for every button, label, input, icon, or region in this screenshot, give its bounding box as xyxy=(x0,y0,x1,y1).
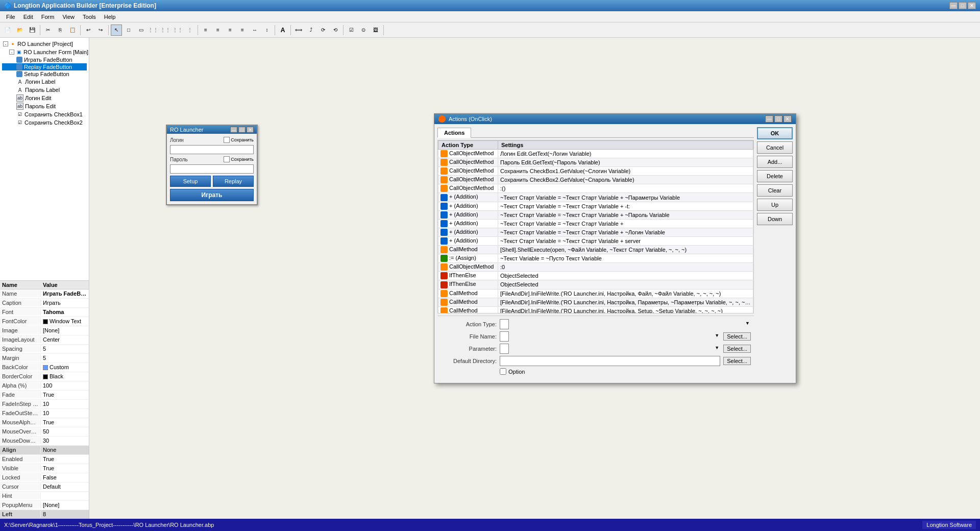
toolbar-btn4[interactable]: ⋮⋮ xyxy=(148,25,159,36)
prop-fadeoutstep-value[interactable]: 10 xyxy=(41,409,89,417)
form-play-btn[interactable]: Играть xyxy=(170,189,254,201)
menu-file[interactable]: File xyxy=(2,13,19,21)
option-checkbox[interactable] xyxy=(500,368,506,375)
actions-table-scroll[interactable]: Action Type Settings CallObjectMethodЛог… xyxy=(437,140,754,313)
prop-visible-value[interactable]: True xyxy=(41,465,89,472)
toolbar-align3[interactable]: ≡ xyxy=(225,25,236,36)
table-row[interactable]: CallObjectMethodСохранить CheckBox1.GetV… xyxy=(438,167,753,176)
up-button[interactable]: Up xyxy=(757,199,793,211)
dialog-title-bar[interactable]: Actions (OnClick) — □ ✕ xyxy=(434,114,796,124)
toolbar-img[interactable]: 🖼 xyxy=(370,25,381,36)
parameter-select[interactable] xyxy=(500,344,509,354)
default-dir-input[interactable] xyxy=(500,356,720,366)
prop-bordercolor-value[interactable]: Black xyxy=(41,373,89,380)
toolbar-check[interactable]: ☑ xyxy=(346,25,357,36)
cancel-button[interactable]: Cancel xyxy=(757,141,793,154)
toolbar-btn6[interactable]: ⋮⋮ xyxy=(172,25,183,36)
toolbar-undo[interactable]: ↩ xyxy=(83,25,94,36)
toolbar-btn11[interactable]: ⤴ xyxy=(305,25,316,36)
prop-left-value[interactable]: 8 xyxy=(41,511,89,518)
dialog-maximize-btn[interactable]: □ xyxy=(774,115,782,123)
tree-root[interactable]: - ● RO Launcher [Project] xyxy=(2,40,87,48)
form-password-checkbox[interactable] xyxy=(224,156,230,162)
tree-item-setup[interactable]: Setup FadeButton xyxy=(2,70,87,78)
toolbar-radio[interactable]: ⊙ xyxy=(358,25,369,36)
toolbar-copy[interactable]: ⎘ xyxy=(55,25,66,36)
toolbar-open[interactable]: 📂 xyxy=(14,25,26,36)
table-row[interactable]: CallMethod[Shell].ShellExecute(open, ~Фа… xyxy=(438,246,753,254)
parameter-select-btn[interactable]: Select... xyxy=(723,345,751,353)
toolbar-btn8[interactable]: ↔ xyxy=(249,25,260,36)
prop-mouseoveralpha-value[interactable]: 50 xyxy=(41,428,89,435)
table-row[interactable]: + (Addition)~Текст Старт Variable = ~Тек… xyxy=(438,202,753,210)
dialog-minimize-btn[interactable]: — xyxy=(765,115,773,123)
toolbar-save[interactable]: 💾 xyxy=(27,25,38,36)
form-replay-btn[interactable]: Replay xyxy=(213,176,254,187)
tree-item-login-label[interactable]: A Логин Label xyxy=(2,78,87,86)
form-login-checkbox[interactable] xyxy=(224,137,230,143)
add-button[interactable]: Add... xyxy=(757,156,793,168)
form-password-input[interactable] xyxy=(170,164,254,174)
prop-alpha-value[interactable]: 100 xyxy=(41,382,89,389)
toolbar-align4[interactable]: ≡ xyxy=(237,25,248,36)
menu-form[interactable]: Form xyxy=(37,13,59,21)
prop-mousealphaenabl-value[interactable]: True xyxy=(41,419,89,426)
prop-align-value[interactable]: None xyxy=(41,446,89,453)
prop-fadeinstep-value[interactable]: 10 xyxy=(41,400,89,407)
toolbar-align2[interactable]: ≡ xyxy=(212,25,224,36)
tree-expand-root[interactable]: - xyxy=(3,41,8,46)
menu-view[interactable]: View xyxy=(58,13,79,21)
tree-item-cb2[interactable]: ☑ Сохранить CheckBox2 xyxy=(2,118,87,127)
table-row[interactable]: CallMethod[FileAndDir].IniFileWrite.('RO… xyxy=(438,298,753,306)
form-minimize-btn[interactable]: — xyxy=(230,127,237,133)
prop-popupmenu-value[interactable]: [None] xyxy=(41,501,89,509)
prop-fade-value[interactable]: True xyxy=(41,391,89,398)
toolbar-paste[interactable]: 📋 xyxy=(67,25,78,36)
table-row[interactable]: CallObjectMethodЛогин Edit.GetText(~Логи… xyxy=(438,150,753,158)
table-row[interactable]: + (Addition)~Текст Старт Variable = ~Тек… xyxy=(438,219,753,228)
menu-help[interactable]: Help xyxy=(100,13,120,21)
maximize-button[interactable]: □ xyxy=(959,2,967,9)
form-login-input[interactable] xyxy=(170,145,254,154)
prop-hint-value[interactable] xyxy=(41,495,89,496)
table-row[interactable]: CallObjectMethod:() xyxy=(438,184,753,193)
toolbar-align1[interactable]: ≡ xyxy=(200,25,211,36)
prop-name-value[interactable]: Играть FadeButton xyxy=(41,290,89,297)
table-row[interactable]: + (Addition)~Текст Старт Variable = ~Тек… xyxy=(438,193,753,202)
table-row[interactable]: := (Assign)~Текст Variable = ~Пусто Текс… xyxy=(438,254,753,263)
toolbar-text[interactable]: A xyxy=(277,25,288,36)
prop-image-value[interactable]: [None] xyxy=(41,327,89,334)
menu-tools[interactable]: Tools xyxy=(79,13,100,21)
tab-actions[interactable]: Actions xyxy=(437,128,471,138)
close-button[interactable]: ✕ xyxy=(968,2,976,9)
toolbar-select[interactable]: ↖ xyxy=(111,25,122,36)
down-button[interactable]: Down xyxy=(757,213,793,225)
toolbar-btn3[interactable]: ▭ xyxy=(135,25,146,36)
toolbar-btn12[interactable]: ⟳ xyxy=(317,25,329,36)
toolbar-cut[interactable]: ✂ xyxy=(42,25,54,36)
table-row[interactable]: + (Addition)~Текст Старт Variable = ~Тек… xyxy=(438,236,753,245)
toolbar-btn7[interactable]: ⋮ xyxy=(184,25,195,36)
prop-enabled-value[interactable]: True xyxy=(41,455,89,463)
table-row[interactable]: CallObjectMethod:0 xyxy=(438,263,753,272)
table-row[interactable]: CallMethod[FileAndDir].IniFileWrite.('RO… xyxy=(438,289,753,298)
prop-font-value[interactable]: Tahoma xyxy=(41,308,89,316)
file-name-select[interactable] xyxy=(500,331,509,342)
table-row[interactable]: IfThenElseObjectSelected xyxy=(438,280,753,289)
table-row[interactable]: CallObjectMethodПароль Edit.GetText(~Пар… xyxy=(438,158,753,167)
clear-button[interactable]: Clear xyxy=(757,184,793,197)
toolbar-btn2[interactable]: □ xyxy=(123,25,134,36)
prop-margin-value[interactable]: 5 xyxy=(41,354,89,361)
toolbar-btn13[interactable]: ⟲ xyxy=(330,25,341,36)
toolbar-btn9[interactable]: ↕ xyxy=(261,25,273,36)
table-row[interactable]: CallObjectMethodСохранить CheckBox2.GetV… xyxy=(438,176,753,184)
prop-imagelayout-value[interactable]: Center xyxy=(41,336,89,343)
prop-mousedownalpha-value[interactable]: 30 xyxy=(41,437,89,444)
minimize-button[interactable]: — xyxy=(949,2,958,9)
tree-item-cb1[interactable]: ☑ Сохранить CheckBox1 xyxy=(2,110,87,118)
toolbar-redo[interactable]: ↪ xyxy=(95,25,106,36)
table-row[interactable]: + (Addition)~Текст Старт Variable = ~Тек… xyxy=(438,210,753,219)
file-name-select-btn[interactable]: Select... xyxy=(723,332,751,341)
table-row[interactable]: IfThenElseObjectSelected xyxy=(438,272,753,280)
action-type-select[interactable] xyxy=(500,319,509,329)
